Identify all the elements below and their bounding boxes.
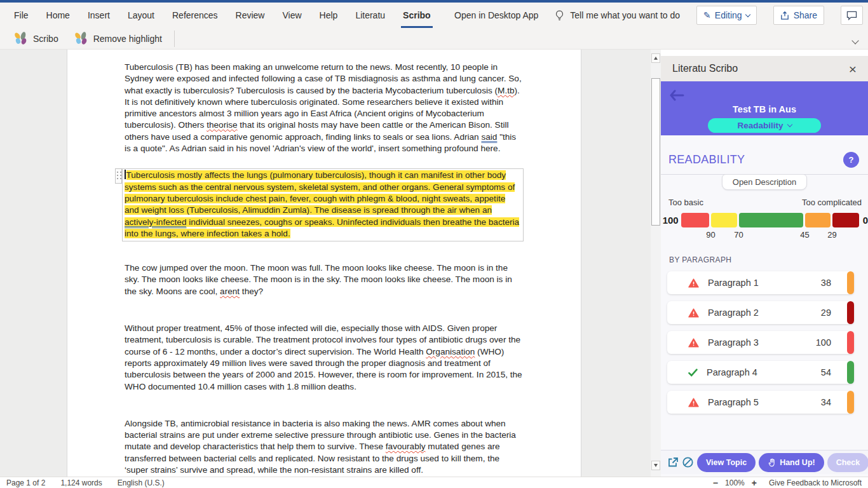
- paragraph-card-1[interactable]: Paragraph 138: [667, 271, 854, 294]
- tab-scribo[interactable]: Scribo: [401, 3, 433, 28]
- scroll-up-button[interactable]: [651, 53, 660, 63]
- scale-tick-label: 70: [734, 230, 743, 240]
- scribo-ribbon-label: Scribo: [33, 34, 58, 44]
- warning-icon: [688, 308, 699, 318]
- paragraph-card-5[interactable]: Paragraph 534: [667, 391, 854, 414]
- paragraph-card-4[interactable]: Paragraph 454: [667, 361, 854, 384]
- warning-icon: [688, 338, 699, 348]
- word-count[interactable]: 1,124 words: [60, 478, 102, 487]
- back-arrow-icon[interactable]: [669, 90, 684, 101]
- tab-view[interactable]: View: [280, 3, 303, 28]
- triangle-up-icon: [654, 57, 658, 60]
- comments-button[interactable]: [841, 6, 863, 25]
- readability-dropdown-label: Readability: [737, 121, 783, 130]
- text-run: The cow jumped over the moon. The moon w…: [125, 263, 512, 296]
- readability-dropdown[interactable]: Readability: [708, 118, 821, 133]
- paragraph-3[interactable]: The cow jumped over the moon. The moon w…: [125, 262, 524, 297]
- chevron-down-icon: [745, 11, 750, 17]
- paragraph-card-label: Paragraph 4: [707, 367, 757, 377]
- scale-segment: [711, 213, 737, 227]
- paragraph-card-label: Paragraph 3: [708, 337, 759, 348]
- word-online-app: FileHomeInsertLayoutReferencesReviewView…: [0, 0, 868, 488]
- panel-body: READABILITY ? Open Description Too basic…: [661, 135, 868, 414]
- panel-titlebar: Literatu Scribo ×: [661, 56, 868, 81]
- help-button[interactable]: ?: [843, 152, 859, 168]
- open-description-button[interactable]: Open Description: [722, 174, 807, 190]
- section-divider: Open Description: [661, 174, 868, 189]
- status-bar: Page 1 of 2 1,124 words English (U.S.) −…: [0, 477, 868, 488]
- language-selector[interactable]: English (U.S.): [118, 478, 165, 487]
- share-label: Share: [794, 10, 817, 20]
- text-run: Tuberculosis (TB) has been making an unw…: [125, 62, 522, 95]
- tab-help[interactable]: Help: [318, 3, 340, 28]
- share-button[interactable]: Share: [773, 6, 824, 25]
- document-scrollbar[interactable]: [651, 50, 661, 477]
- editing-button[interactable]: ✎ Editing: [696, 6, 757, 25]
- zoom-in-button[interactable]: +: [752, 478, 757, 488]
- hand-icon: [768, 458, 776, 467]
- ribbon-separator: [174, 30, 175, 47]
- scale-segment: [805, 213, 831, 227]
- scrollbar-thumb[interactable]: [651, 78, 660, 226]
- scale-right-label: Too complicated: [802, 198, 862, 207]
- scroll-down-button[interactable]: [651, 461, 660, 470]
- close-panel-icon[interactable]: ×: [849, 62, 857, 76]
- menu-bar: FileHomeInsertLayoutReferencesReviewView…: [0, 3, 868, 28]
- scale-left-label: Too basic: [668, 198, 703, 207]
- check-button[interactable]: Check: [827, 453, 868, 472]
- tab-references[interactable]: References: [170, 3, 220, 28]
- document-text[interactable]: Tuberculosis (TB) has been making an unw…: [125, 62, 524, 477]
- zoom-level: 100%: [725, 478, 745, 487]
- scale-ticks: 90704529: [682, 230, 868, 240]
- feedback-link[interactable]: Give Feedback to Microsoft: [769, 478, 862, 487]
- text-cursor: [125, 170, 126, 179]
- warning-icon: [688, 278, 699, 288]
- open-external-icon[interactable]: [667, 457, 679, 468]
- scribo-ribbon-button[interactable]: Scribo: [6, 28, 67, 49]
- text-run: Tuberculosis mostly affects the lungs (p…: [125, 170, 515, 215]
- scale-min-label: 100: [662, 215, 679, 226]
- tab-home[interactable]: Home: [44, 3, 72, 28]
- paragraph-card-score: 34: [821, 397, 831, 407]
- zoom-out-button[interactable]: −: [713, 478, 718, 488]
- paragraph-2[interactable]: Tuberculosis mostly affects the lungs (p…: [122, 168, 524, 241]
- page-count[interactable]: Page 1 of 2: [6, 478, 45, 487]
- scale-segment: [681, 213, 709, 227]
- scale-tick-label: 90: [706, 230, 715, 240]
- paragraph-card-score: 54: [821, 367, 831, 377]
- tell-me-box[interactable]: Tell me what you want to do: [555, 10, 680, 21]
- tab-literatu[interactable]: Literatu: [353, 3, 387, 28]
- marked-text: theorise: [207, 120, 237, 130]
- tab-layout[interactable]: Layout: [126, 3, 156, 28]
- remove-highlight-button[interactable]: Remove highlight: [67, 28, 170, 49]
- scribo-panel: Literatu Scribo × Test TB in Aus Readabi…: [661, 50, 868, 477]
- tab-insert[interactable]: Insert: [86, 3, 112, 28]
- paragraph-card-3[interactable]: Paragraph 3100: [667, 331, 854, 354]
- lightbulb-icon: [555, 10, 564, 21]
- scale-max-label: 0: [863, 215, 868, 226]
- open-in-desktop-app-button[interactable]: Open in Desktop App: [454, 10, 538, 20]
- lesson-title: Test TB in Aus: [661, 104, 868, 114]
- hand-up-label: Hand Up!: [780, 458, 815, 467]
- scale-segment: [739, 213, 803, 227]
- paragraph-card-score: 29: [821, 308, 831, 318]
- paragraph-card-score: 38: [821, 278, 831, 288]
- paragraph-drag-handle[interactable]: [115, 168, 122, 184]
- paragraph-4[interactable]: Without proper treatment, 45% of those i…: [125, 323, 524, 393]
- view-topic-button[interactable]: View Topic: [697, 453, 756, 472]
- menu-tabs: FileHomeInsertLayoutReferencesReviewView…: [0, 3, 440, 28]
- paragraph-5[interactable]: Alongside TB, antimicrobial resistance i…: [125, 418, 524, 476]
- block-icon[interactable]: [682, 456, 694, 468]
- paragraph-card-label: Paragraph 2: [708, 308, 759, 318]
- tab-review[interactable]: Review: [234, 3, 267, 28]
- paragraph-card-2[interactable]: Paragraph 229: [667, 301, 854, 324]
- editing-label: Editing: [715, 10, 742, 20]
- score-color-strip: [847, 391, 854, 414]
- tab-file[interactable]: File: [12, 3, 31, 28]
- collapse-ribbon-icon[interactable]: [851, 37, 858, 44]
- hand-up-button[interactable]: Hand Up!: [759, 453, 824, 472]
- document-page[interactable]: Tuberculosis (TB) has been making an unw…: [67, 50, 581, 477]
- chevron-down-icon: [787, 122, 792, 127]
- paragraph-1[interactable]: Tuberculosis (TB) has been making an unw…: [125, 62, 524, 154]
- check-icon: [688, 369, 698, 377]
